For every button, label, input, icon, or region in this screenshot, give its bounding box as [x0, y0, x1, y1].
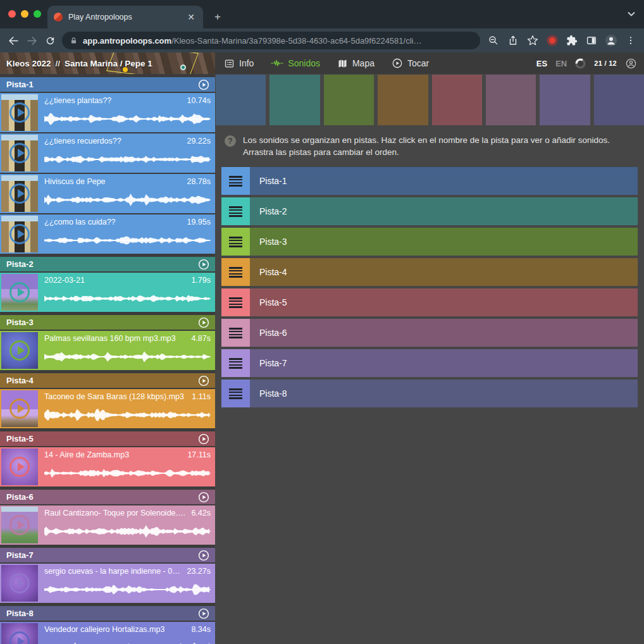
track-play-button[interactable]: [198, 259, 209, 270]
drag-handle[interactable]: [221, 258, 250, 286]
track-section-header[interactable]: Pista-4: [0, 373, 215, 388]
minimize-window-button[interactable]: [21, 10, 28, 18]
play-overlay-icon[interactable]: [9, 573, 30, 593]
reload-button[interactable]: [41, 32, 59, 50]
track-swatch[interactable]: [269, 75, 319, 125]
play-overlay-icon[interactable]: [9, 515, 30, 535]
track-section-header[interactable]: Pista-1: [0, 77, 215, 92]
play-overlay-icon[interactable]: [9, 399, 30, 419]
track-section-header[interactable]: Pista-5: [0, 431, 215, 446]
track-swatch[interactable]: [324, 75, 374, 125]
clip-item[interactable]: Hiviscus de Pepe 28.78s: [0, 174, 215, 213]
tab-sonidos[interactable]: Sonidos: [271, 58, 320, 68]
play-overlay-icon[interactable]: [9, 340, 30, 361]
play-overlay-icon[interactable]: [9, 183, 30, 204]
project-map-thumbnail[interactable]: Kleos 2022 // Santa Marina / Pepe 1: [0, 53, 215, 74]
drag-handle[interactable]: [221, 228, 250, 256]
track-section-header[interactable]: Pista-7: [0, 548, 215, 562]
clip-name: ¿¿tienes plantas??: [44, 96, 111, 105]
track-row-body[interactable]: Pista-4: [250, 258, 638, 286]
zoom-level-icon[interactable]: [484, 32, 502, 50]
track-row[interactable]: Pista-5: [221, 288, 638, 316]
track-row-body[interactable]: Pista-5: [250, 288, 638, 316]
track-play-button[interactable]: [198, 608, 209, 619]
track-section-header[interactable]: Pista-6: [0, 490, 215, 504]
new-tab-button[interactable]: +: [210, 9, 225, 25]
track-row-body[interactable]: Pista-3: [250, 228, 638, 256]
language-es-toggle[interactable]: ES: [536, 59, 547, 68]
play-overlay-icon[interactable]: [9, 102, 30, 123]
track-play-button[interactable]: [198, 79, 209, 90]
bookmark-star-icon[interactable]: [523, 32, 542, 50]
account-icon[interactable]: [625, 58, 637, 70]
play-overlay-icon[interactable]: [9, 143, 30, 163]
share-icon[interactable]: [504, 32, 522, 50]
tab-mapa[interactable]: Mapa: [337, 58, 375, 69]
play-overlay-icon[interactable]: [9, 457, 30, 477]
track-row[interactable]: Pista-6: [221, 319, 638, 347]
clip-item[interactable]: 2022-03-21 1.79s: [0, 273, 215, 312]
forward-button[interactable]: [23, 32, 41, 50]
track-row[interactable]: Pista-3: [221, 228, 638, 256]
track-row-body[interactable]: Pista-1: [250, 167, 638, 195]
play-overlay-icon[interactable]: [9, 631, 30, 644]
clip-item[interactable]: sergio cuevas - la harpe indienne - 03 -…: [0, 564, 215, 603]
track-row[interactable]: Pista-4: [221, 258, 638, 286]
extensions-puzzle-icon[interactable]: [562, 32, 581, 50]
track-swatch[interactable]: [432, 75, 482, 125]
drag-handle[interactable]: [221, 380, 250, 407]
track-play-button[interactable]: [198, 317, 209, 328]
clip-item[interactable]: Vendedor callejero Hortalizas.mp3 8.34s: [0, 622, 215, 644]
record-extension-icon[interactable]: [543, 32, 561, 50]
breadcrumb-project[interactable]: Kleos 2022: [6, 59, 51, 68]
track-swatch[interactable]: [594, 75, 644, 125]
close-window-button[interactable]: [8, 10, 16, 18]
tab-tocar[interactable]: Tocar: [392, 58, 429, 69]
help-question-icon[interactable]: ?: [225, 135, 236, 147]
track-row-body[interactable]: Pista-7: [250, 349, 638, 377]
track-play-button[interactable]: [198, 433, 209, 445]
clip-item[interactable]: ¿¿tienes recuerdos?? 29.22s: [0, 133, 215, 173]
tab-info[interactable]: Info: [224, 58, 254, 69]
back-button[interactable]: [4, 32, 23, 50]
zoom-window-button[interactable]: [34, 10, 41, 18]
drag-handle[interactable]: [221, 319, 250, 347]
drag-handle[interactable]: [221, 167, 250, 195]
track-swatch[interactable]: [216, 75, 266, 125]
browser-tab[interactable]: Play Antropoloops ✕: [47, 6, 203, 28]
track-play-button[interactable]: [198, 492, 209, 503]
track-row-body[interactable]: Pista-6: [250, 319, 638, 347]
track-swatch[interactable]: [378, 75, 428, 125]
clip-item[interactable]: ¿¿tienes plantas?? 10.74s: [0, 93, 215, 132]
track-row[interactable]: Pista-7: [221, 349, 638, 377]
language-en-toggle[interactable]: EN: [555, 59, 567, 68]
play-overlay-icon[interactable]: [9, 224, 30, 244]
drag-handle[interactable]: [221, 197, 250, 225]
track-row-body[interactable]: Pista-2: [250, 197, 638, 225]
track-play-button[interactable]: [198, 375, 209, 387]
tab-close-icon[interactable]: ✕: [185, 11, 197, 23]
profile-avatar-icon[interactable]: [602, 32, 620, 50]
track-swatch[interactable]: [486, 75, 536, 125]
track-row-body[interactable]: Pista-8: [250, 380, 638, 407]
track-section-header[interactable]: Pista-3: [0, 315, 215, 330]
tab-search-chevron-icon[interactable]: [626, 9, 636, 22]
side-panel-icon[interactable]: [582, 32, 600, 50]
track-section-header[interactable]: Pista-2: [0, 257, 215, 271]
track-swatch[interactable]: [540, 75, 590, 125]
play-overlay-icon[interactable]: [9, 282, 30, 302]
track-row[interactable]: Pista-8: [221, 380, 638, 407]
track-row[interactable]: Pista-2: [221, 197, 638, 225]
address-bar[interactable]: app.antropoloops.com/Kleos-Santa-Marina/…: [62, 32, 480, 49]
browser-menu-kebab-icon[interactable]: [621, 32, 640, 50]
drag-handle[interactable]: [221, 349, 250, 377]
clip-item[interactable]: ¿¿como las cuida?? 19.95s: [0, 214, 215, 254]
track-section-header[interactable]: Pista-8: [0, 606, 215, 621]
clip-item[interactable]: 14 - Aire de Zamba.mp3 17.11s: [0, 447, 215, 486]
track-play-button[interactable]: [198, 550, 209, 561]
clip-item[interactable]: Raul Cantizano- Toque por Solenoide.mp3 …: [0, 505, 215, 545]
track-row[interactable]: Pista-1: [221, 167, 638, 195]
drag-handle[interactable]: [221, 288, 250, 316]
clip-item[interactable]: Palmas sevillanas 160 bpm mp3.mp3 4.87s: [0, 331, 215, 370]
clip-item[interactable]: Taconeo de Sara Baras (128 kbps).mp3 1.1…: [0, 389, 215, 428]
